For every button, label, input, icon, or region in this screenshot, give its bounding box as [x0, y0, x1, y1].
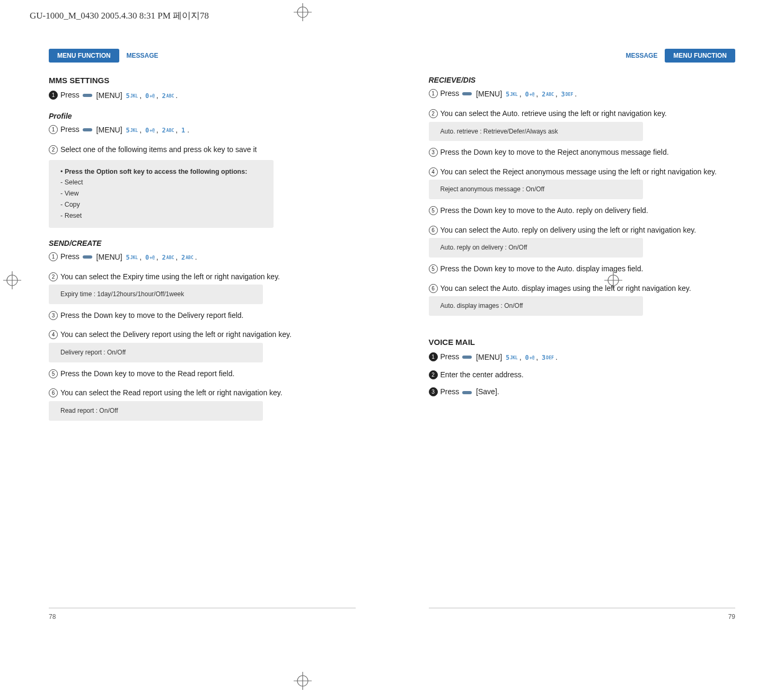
info-box-delivery-report: Delivery report : On/Off	[49, 343, 263, 362]
step-number-icon: 5	[429, 206, 438, 215]
step-line: 6 You can select the Auto. display image…	[429, 283, 736, 294]
step-number-icon: 6	[49, 388, 58, 397]
registration-mark-icon	[294, 672, 312, 690]
soft-key-icon	[83, 128, 92, 131]
step-text: Press	[441, 387, 460, 396]
key-sequence	[461, 387, 474, 397]
header-tabs-right: MESSAGE MENU FUNCTION	[429, 49, 736, 60]
option-view: - View	[60, 189, 262, 198]
bullet-icon: •	[60, 168, 63, 175]
step-line: 5 Press the Down key to move to the Auto…	[429, 206, 736, 216]
key-2: 2ABC	[181, 253, 193, 262]
step-number-icon: 1	[49, 125, 58, 134]
step-text: You can select the Auto. display images …	[441, 284, 691, 292]
step-text: Press	[441, 89, 460, 97]
step-text: Press the Down key to move to the Auto. …	[441, 206, 648, 215]
header-tabs-left: MENU FUNCTION MESSAGE	[49, 49, 356, 60]
step-text: Select one of the following items and pr…	[60, 145, 257, 154]
key-sequence: [MENU] 5JKL, 0+@, 2ABC.	[82, 91, 178, 101]
step-line: 3 Press [Save].	[429, 387, 736, 397]
key-2: 2ABC	[162, 253, 174, 262]
step-line: 2 Enter the center address.	[429, 370, 736, 380]
page-spread: MENU FUNCTION MESSAGE MMS SETTINGS 1 Pre…	[49, 49, 735, 626]
key-sequence: [MENU] 5JKL, 0+@, 2ABC, 3DEF.	[461, 89, 577, 99]
step-number-icon: 2	[429, 370, 438, 379]
step-text: You can select the Auto. reply on delive…	[441, 226, 697, 234]
step-number-icon: 1	[49, 91, 58, 100]
key-2: 2ABC	[162, 126, 174, 135]
page-number-rule	[49, 608, 356, 608]
info-box-expiry: Expiry time : 1day/12hours/1hour/Off/1we…	[49, 285, 263, 304]
registration-mark-icon	[294, 3, 312, 21]
soft-key-icon	[462, 92, 472, 95]
step-text: Press the Down key to move to the Reject…	[441, 148, 669, 156]
info-box-auto-display: Auto. display images : On/Off	[429, 296, 643, 315]
options-heading: Press the Option soft key to access the …	[65, 168, 248, 175]
menu-label: [MENU]	[476, 90, 502, 98]
step-number-icon: 5	[429, 264, 438, 273]
step-text: Press the Down key to move to the Read r…	[60, 369, 234, 378]
step-number-icon: 6	[429, 284, 438, 293]
menu-label: [MENU]	[96, 91, 122, 100]
step-line: 5 Press the Down key to move to the Read…	[49, 369, 356, 379]
step-text: You can select the Reject anonymous mess…	[441, 167, 717, 176]
step-line: 3 Press the Down key to move to the Deli…	[49, 310, 356, 321]
step-text: Press	[60, 125, 80, 134]
key-0: 0+@	[145, 253, 155, 262]
key-5: 5JKL	[506, 353, 518, 362]
soft-key-icon	[83, 94, 92, 97]
key-1: 1	[181, 126, 186, 135]
info-box-read-report: Read report : On/Off	[49, 401, 263, 420]
soft-key-icon	[83, 255, 92, 259]
page-number-rule	[429, 608, 736, 608]
heading-profile: Profile	[49, 111, 356, 121]
step-number-icon: 2	[49, 145, 58, 154]
key-sequence: [MENU] 5JKL, 0+@, 3DEF.	[461, 352, 557, 362]
menu-label: [MENU]	[96, 253, 122, 261]
step-text: Press	[60, 252, 80, 261]
step-text: Press	[60, 91, 80, 99]
step-line: 2 You can select the Auto. retrieve usin…	[429, 109, 736, 119]
step-line: 4 You can select the Reject anonymous me…	[429, 167, 736, 177]
step-line: 5 Press the Down key to move to the Auto…	[429, 264, 736, 274]
soft-key-icon	[462, 356, 472, 359]
registration-mark-icon	[3, 271, 21, 289]
key-sequence: [MENU] 5JKL, 0+@, 2ABC, 1.	[82, 125, 190, 135]
menu-function-chip: MENU FUNCTION	[665, 49, 735, 63]
step-number-icon: 1	[429, 89, 438, 98]
step-number-icon: 2	[49, 272, 58, 281]
menu-function-chip: MENU FUNCTION	[49, 49, 119, 63]
soft-key-icon	[462, 391, 472, 394]
step-line: 1 Press [MENU] 5JKL, 0+@, 3DEF.	[429, 352, 736, 362]
key-0: 0+@	[525, 353, 534, 362]
step-text: Press the Down key to move to the Auto. …	[441, 264, 644, 273]
option-select: - Select	[60, 178, 262, 187]
key-0: 0+@	[525, 90, 534, 99]
step-line: 4 You can select the Delivery report usi…	[49, 330, 356, 340]
key-3: 3DEF	[542, 353, 554, 362]
heading-mms-settings: MMS SETTINGS	[49, 75, 356, 86]
step-line: 2 Select one of the following items and …	[49, 145, 356, 155]
section-message-label: MESSAGE	[626, 51, 657, 60]
step-text: You can select the Read report using the…	[60, 388, 283, 397]
step-number-icon: 3	[49, 311, 58, 320]
step-line: 6 You can select the Read report using t…	[49, 388, 356, 398]
key-0: 0+@	[145, 126, 155, 135]
options-box: • Press the Option soft key to access th…	[49, 160, 274, 228]
step-number-icon: 3	[429, 387, 438, 396]
key-5: 5JKL	[126, 253, 138, 262]
step-text: Press	[441, 352, 460, 361]
step-line: 3 Press the Down key to move to the Reje…	[429, 147, 736, 157]
info-box-reject-anon: Reject anonymous message : On/Off	[429, 180, 643, 199]
page-number-right: 79	[728, 613, 735, 621]
step-number-icon: 2	[429, 109, 438, 118]
menu-label: [MENU]	[476, 353, 502, 361]
step-text: You can select the Auto. retrieve using …	[441, 109, 667, 118]
step-number-icon: 1	[429, 352, 438, 361]
section-message-label: MESSAGE	[127, 51, 158, 60]
key-5: 5JKL	[126, 126, 138, 135]
step-number-icon: 4	[49, 330, 58, 339]
step-line: 1 Press [MENU] 5JKL, 0+@, 2ABC, 2ABC.	[49, 252, 356, 262]
print-header: GU-1000_M_0430 2005.4.30 8:31 PM 페이지78	[30, 10, 209, 22]
info-box-auto-reply: Auto. reply on delivery : On/Off	[429, 238, 643, 257]
